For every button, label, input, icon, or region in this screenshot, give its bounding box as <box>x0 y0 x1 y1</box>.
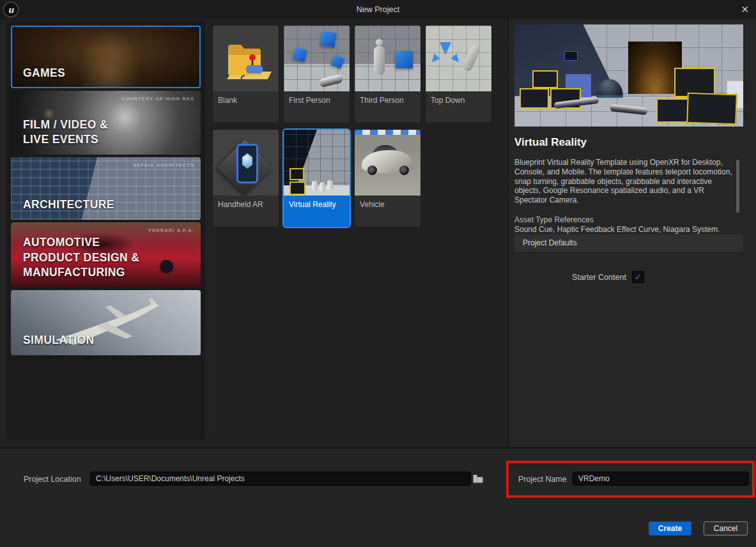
project-name-input[interactable] <box>573 472 749 486</box>
starter-content-checkbox[interactable]: ✓ <box>632 271 644 283</box>
mannequin-decor <box>461 44 481 72</box>
template-label: Vehicle <box>355 196 420 227</box>
category-label-line: MANUFACTURING <box>23 265 139 281</box>
template-label: Third Person <box>355 91 420 123</box>
project-name-label: Project Name <box>518 475 567 484</box>
cylinder-decor <box>320 182 325 192</box>
yellow-edge-box-decor <box>289 181 305 195</box>
blue-cube-decor <box>293 47 307 62</box>
blank-template-thumbnail <box>213 26 279 91</box>
category-label-line: PRODUCT DESIGN & <box>23 250 139 266</box>
mannequin-decor <box>374 46 385 75</box>
mannequin-decor <box>376 39 383 46</box>
category-label-line: AUTOMOTIVE <box>23 235 139 250</box>
template-description: Blueprint Virtual Reality Template using… <box>514 158 734 205</box>
gun-decor <box>319 74 343 88</box>
template-label: Handheld AR <box>213 196 279 227</box>
virtual-reality-template-thumbnail <box>284 130 350 196</box>
window-title: New Project <box>0 0 756 19</box>
top-down-template-thumbnail <box>426 26 491 91</box>
create-button[interactable]: Create <box>649 521 691 535</box>
template-tile-blank[interactable]: Blank <box>213 26 279 123</box>
category-credit: FERRARI S.P.A. <box>148 227 194 233</box>
category-label: SIMULATION <box>23 333 95 348</box>
category-credit: COURTESY OF HIGH RES <box>121 96 194 102</box>
template-tile-virtual-reality[interactable]: Virtual Reality <box>284 130 350 227</box>
yellow-edge-box-decor <box>289 168 304 180</box>
category-label-line: FILM / VIDEO & <box>23 118 108 133</box>
template-preview-image <box>514 24 743 127</box>
car-wheel-decor <box>367 166 377 175</box>
third-person-template-thumbnail <box>355 26 420 91</box>
template-label: Blank <box>213 91 279 123</box>
template-details-panel: Virtual Reality Blueprint Virtual Realit… <box>509 19 756 447</box>
category-label: ARCHITECTURE <box>23 197 114 213</box>
category-label-line: ARCHITECTURE <box>23 197 114 213</box>
project-location-label: Project Location <box>24 475 81 484</box>
category-sidebar: GAMES COURTESY OF HIGH RES FILM / VIDEO … <box>6 21 205 440</box>
template-label: Top Down <box>426 91 491 123</box>
blue-arrow-decor <box>440 42 451 55</box>
vehicle-template-thumbnail <box>355 130 420 196</box>
category-label: FILM / VIDEO & LIVE EVENTS <box>23 118 108 148</box>
category-tile-automotive[interactable]: FERRARI S.P.A. AUTOMOTIVE PRODUCT DESIGN… <box>11 222 201 288</box>
description-scrollbar[interactable] <box>736 160 739 213</box>
project-location-input[interactable] <box>90 472 471 486</box>
preview-spectator-screen-decor <box>564 51 578 61</box>
close-icon[interactable]: ✕ <box>741 0 749 19</box>
category-label-line: SIMULATION <box>23 333 95 348</box>
category-label: AUTOMOTIVE PRODUCT DESIGN & MANUFACTURIN… <box>23 235 139 281</box>
folder-joystick-icon <box>213 26 279 91</box>
template-tile-handheld-ar[interactable]: Handheld AR <box>213 130 279 227</box>
track-curb-decor <box>355 130 420 135</box>
car-wheel-decor <box>399 166 409 175</box>
browse-folder-icon[interactable] <box>472 473 484 484</box>
blue-cube-decor <box>396 51 413 68</box>
category-tile-games[interactable]: GAMES <box>11 26 201 88</box>
template-label: Virtual Reality <box>284 196 350 227</box>
new-project-dialog: u New Project ✕ GAMES COURTESY OF HIGH R… <box>0 0 756 547</box>
category-label: GAMES <box>23 66 65 81</box>
preview-yellow-cube-decor <box>532 70 558 88</box>
handheld-ar-template-thumbnail <box>213 130 279 196</box>
starter-content-row: Starter Content ✓ <box>484 271 732 283</box>
cylinder-decor <box>312 181 318 191</box>
cylinder-decor <box>327 180 333 190</box>
category-label-line: LIVE EVENTS <box>23 132 108 148</box>
template-tile-vehicle[interactable]: Vehicle <box>355 130 420 227</box>
category-tile-film-video-live-events[interactable]: COURTESY OF HIGH RES FILM / VIDEO & LIVE… <box>11 91 201 155</box>
project-defaults-header: Project Defaults <box>514 235 743 252</box>
blue-cube-decor <box>320 31 337 48</box>
template-label: First Person <box>284 91 350 123</box>
blue-arrow-decor <box>429 54 440 65</box>
template-tile-third-person[interactable]: Third Person <box>355 26 420 123</box>
category-label-line: GAMES <box>23 66 65 81</box>
category-credit: SAFDIE ARCHITECTS <box>133 162 194 168</box>
preview-box-decor <box>650 79 661 85</box>
category-tile-simulation[interactable]: SIMULATION <box>11 290 201 355</box>
preview-yellow-cube-decor <box>686 93 737 125</box>
template-tile-top-down[interactable]: Top Down <box>426 26 491 123</box>
template-title: Virtual Reality <box>514 136 587 149</box>
ar-crystal-decor <box>242 153 252 169</box>
first-person-template-thumbnail <box>284 26 350 91</box>
title-bar: u New Project ✕ <box>0 0 756 19</box>
footer-bar: Project Location Project Name Create Can… <box>0 449 756 547</box>
phone-decor <box>236 144 258 183</box>
cancel-button[interactable]: Cancel <box>704 521 748 535</box>
preview-yellow-cube-decor <box>520 88 549 109</box>
asset-type-references-list: Sound Cue, Haptic Feedback Effect Curve,… <box>514 225 734 234</box>
template-tile-first-person[interactable]: First Person <box>284 26 350 123</box>
asset-type-references-heading: Asset Type References <box>514 215 594 224</box>
template-grid: Blank First Person Third Person <box>213 26 497 227</box>
blue-cube-decor <box>330 54 344 68</box>
blue-arrow-decor <box>451 54 462 65</box>
starter-content-label: Starter Content <box>572 273 626 282</box>
category-tile-architecture[interactable]: SAFDIE ARCHITECTS ARCHITECTURE <box>11 157 201 220</box>
check-icon: ✓ <box>635 273 642 281</box>
